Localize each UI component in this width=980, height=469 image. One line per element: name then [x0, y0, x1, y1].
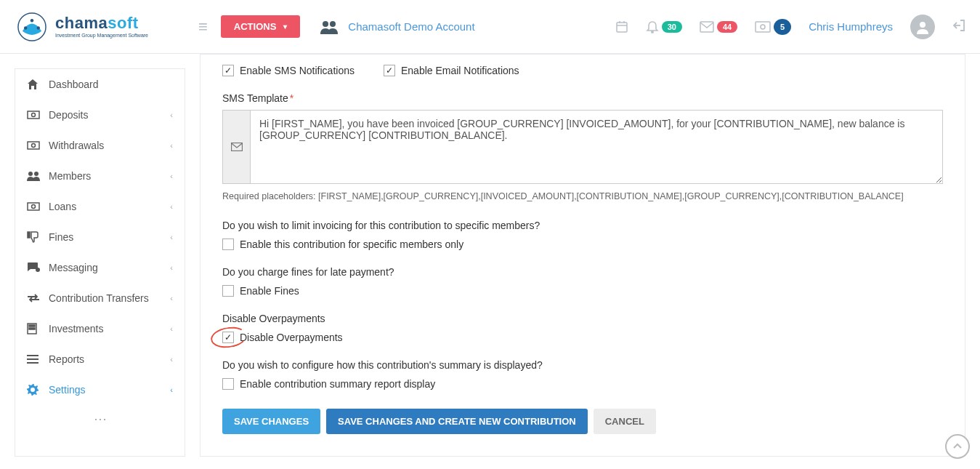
svg-rect-17 — [28, 142, 39, 149]
svg-point-19 — [28, 172, 33, 176]
sidebar-item-investments[interactable]: Investments ‹ — [15, 313, 185, 344]
messages-count-badge: 44 — [717, 21, 737, 33]
fines-question: Do you charge fines for late payment? — [222, 266, 943, 278]
sidebar-item-loans[interactable]: Loans ‹ — [15, 191, 185, 222]
enable-fines-checkbox[interactable]: ✓ Enable Fines — [222, 285, 943, 297]
placeholders-help: Required placeholders: [FIRST_NAME],[GRO… — [222, 190, 943, 204]
enable-specific-members-checkbox[interactable]: ✓ Enable this contribution for specific … — [222, 238, 943, 250]
enable-summary-checkbox[interactable]: ✓ Enable contribution summary report dis… — [222, 378, 943, 390]
sidebar-item-members[interactable]: Members ‹ — [15, 161, 185, 191]
money-count-badge: 5 — [774, 19, 791, 35]
notifications-count-badge: 30 — [662, 21, 682, 33]
avatar[interactable] — [910, 15, 935, 39]
logout-icon[interactable] — [952, 19, 965, 34]
sidebar-item-label: Loans — [49, 201, 76, 212]
users-icon — [27, 171, 43, 181]
svg-rect-12 — [756, 22, 770, 32]
enable-email-checkbox[interactable]: ✓ Enable Email Notifications — [384, 65, 519, 76]
sidebar-item-label: Reports — [49, 353, 84, 365]
svg-rect-6 — [617, 23, 627, 32]
sidebar-item-reports[interactable]: Reports ‹ — [15, 344, 185, 374]
logo-area[interactable]: chamasoft Investment Group Management So… — [15, 11, 185, 43]
svg-point-4 — [323, 21, 328, 27]
svg-point-3 — [37, 26, 40, 29]
sms-template-label: SMS Template* — [222, 92, 943, 104]
building-icon — [27, 323, 43, 334]
sidebar-item-label: Messaging — [49, 262, 98, 273]
username[interactable]: Chris Humphreys — [809, 20, 893, 33]
scroll-top-button[interactable] — [945, 434, 970, 459]
cancel-button[interactable]: CANCEL — [594, 409, 656, 434]
sidebar-item-messaging[interactable]: Messaging ‹ — [15, 252, 185, 283]
sidebar-item-label: Fines — [49, 231, 73, 243]
disable-overpayments-label: Disable Overpayments — [240, 332, 343, 343]
sidebar-item-label: Deposits — [49, 109, 88, 121]
svg-point-13 — [761, 25, 765, 29]
actions-button[interactable]: ACTIONS ▾ — [221, 15, 301, 38]
brand-tagline: Investment Group Management Software — [55, 33, 148, 38]
sidebar-item-withdrawals[interactable]: Withdrawals ‹ — [15, 130, 185, 161]
money-icon[interactable]: 5 — [755, 19, 791, 35]
enable-fines-label: Enable Fines — [240, 285, 299, 297]
sms-template-group — [222, 110, 943, 184]
sidebar-item-dashboard[interactable]: Dashboard — [15, 69, 185, 100]
svg-point-20 — [34, 172, 39, 176]
messages-icon[interactable]: 44 — [700, 21, 737, 33]
svg-point-10 — [651, 31, 652, 32]
svg-rect-27 — [33, 325, 35, 326]
svg-point-18 — [32, 144, 36, 148]
sidebar-item-contribution-transfers[interactable]: Contribution Transfers ‹ — [15, 283, 185, 313]
save-and-new-button[interactable]: SAVE CHANGES AND CREATE NEW CONTRIBUTION — [326, 409, 588, 434]
chevron-left-icon: ‹ — [170, 385, 173, 394]
enable-email-label: Enable Email Notifications — [401, 65, 519, 76]
account-link[interactable]: Chamasoft Demo Account — [320, 20, 474, 34]
chevron-left-icon: ‹ — [170, 141, 173, 150]
enable-specific-members-label: Enable this contribution for specific me… — [240, 238, 463, 250]
chevron-down-icon: ▾ — [283, 23, 287, 31]
chevron-left-icon: ‹ — [170, 202, 173, 211]
svg-rect-21 — [28, 203, 39, 210]
money-bill-icon — [27, 202, 43, 211]
sidebar-item-label: Members — [49, 170, 91, 182]
notifications-icon[interactable]: 30 — [646, 20, 682, 33]
sidebar-item-deposits[interactable]: Deposits ‹ — [15, 100, 185, 130]
svg-rect-26 — [31, 325, 33, 326]
users-icon — [320, 20, 338, 34]
transfer-icon — [27, 294, 43, 302]
enable-sms-checkbox[interactable]: ✓ Enable SMS Notifications — [222, 65, 355, 76]
enable-summary-label: Enable contribution summary report displ… — [240, 378, 435, 390]
svg-rect-30 — [33, 328, 35, 329]
chevron-left-icon: ‹ — [170, 172, 173, 180]
svg-point-14 — [920, 22, 926, 28]
brand-name: chamasoft — [55, 15, 148, 31]
sidebar-item-settings[interactable]: Settings ‹ — [15, 374, 185, 405]
sidebar-item-label: Withdrawals — [49, 140, 104, 151]
account-name: Chamasoft Demo Account — [348, 20, 474, 33]
calendar-icon[interactable] — [615, 20, 628, 33]
chat-icon — [27, 262, 43, 273]
svg-rect-28 — [29, 328, 31, 329]
enable-sms-label: Enable SMS Notifications — [240, 65, 355, 76]
topbar: chamasoft Investment Group Management So… — [0, 0, 980, 54]
menu-toggle-icon[interactable]: ≡ — [185, 17, 221, 36]
chevron-left-icon: ‹ — [170, 263, 173, 272]
gear-icon — [27, 384, 43, 396]
chevron-left-icon: ‹ — [170, 324, 173, 333]
svg-rect-29 — [31, 328, 33, 329]
svg-point-22 — [32, 205, 36, 209]
logo-icon — [15, 11, 49, 43]
list-icon — [27, 355, 43, 364]
disable-overpayments-checkbox[interactable]: ✓ Disable Overpayments — [222, 332, 943, 343]
svg-point-2 — [24, 26, 27, 29]
svg-rect-15 — [28, 111, 39, 119]
sidebar: Dashboard Deposits ‹ Withdrawals ‹ Membe… — [15, 68, 185, 457]
summary-question: Do you wish to configure how this contri… — [222, 359, 943, 371]
chevron-left-icon: ‹ — [170, 233, 173, 241]
save-button[interactable]: SAVE CHANGES — [222, 409, 320, 434]
sms-template-input[interactable] — [251, 111, 942, 183]
sidebar-item-label: Contribution Transfers — [49, 292, 149, 304]
money-bill-icon — [27, 141, 43, 150]
actions-label: ACTIONS — [234, 21, 277, 32]
sidebar-item-fines[interactable]: Fines ‹ — [15, 222, 185, 252]
money-bill-icon — [27, 111, 43, 119]
